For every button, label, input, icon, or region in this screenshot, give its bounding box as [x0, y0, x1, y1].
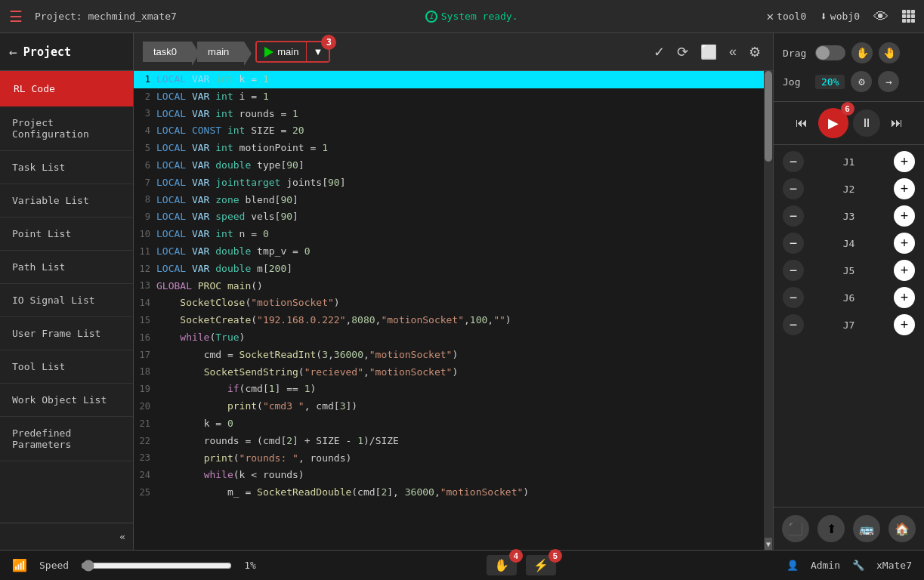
drag-row: Drag ✋ 🤚 [783, 42, 915, 63]
j3-minus-button[interactable]: − [783, 205, 804, 227]
drag-icon-2[interactable]: 🤚 [879, 42, 900, 63]
code-line-19: 19 if(cmd[1] == 1) [134, 381, 764, 398]
code-line-16: 16 while(True) [134, 329, 764, 347]
sidebar-item-user-frame-list[interactable]: User Frame List [0, 317, 133, 350]
window-button[interactable]: ⬜ [697, 41, 720, 63]
sidebar-item-rl-code[interactable]: RL Code [0, 71, 133, 106]
code-line-20: 20 print("cmd3 ", cmd[3]) [134, 398, 764, 415]
sidebar-item-path-list[interactable]: Path List [0, 251, 133, 284]
sidebar-item-variable-list[interactable]: Variable List [0, 184, 133, 218]
j5-plus-button[interactable]: + [894, 260, 915, 281]
play-button[interactable]: ▶ 6 [818, 108, 848, 138]
code-content[interactable]: 1 LOCAL VAR int k = 1 2 LOCAL VAR int i … [134, 71, 764, 550]
check-button[interactable]: ✓ [651, 41, 668, 63]
j4-plus-button[interactable]: + [894, 233, 915, 254]
status-icon [425, 11, 437, 23]
code-toolbar: task0 main main ▼ 3 ✓ ⟳ ⬜ « ⚙ [134, 33, 773, 71]
badge-6: 6 [841, 102, 854, 116]
code-line-3: 3 LOCAL VAR int rounds = 1 [134, 106, 764, 123]
sidebar-item-point-list[interactable]: Point List [0, 218, 133, 251]
code-line-12: 12 LOCAL VAR double m[200] [134, 261, 764, 278]
drag-toggle[interactable] [815, 45, 845, 60]
skip-forward-button[interactable]: ⏭ [885, 111, 909, 135]
jog-icon-1[interactable]: ⚙ [851, 71, 872, 92]
status-center: System ready. [177, 11, 767, 23]
code-line-22: 22 rounds = (cmd[2] + SIZE - 1)/SIZE [134, 433, 764, 450]
speed-slider[interactable] [81, 560, 232, 572]
wifi-icon: 📶 [12, 558, 27, 572]
back-button[interactable]: ← [9, 44, 17, 60]
joint-row-j4: − J4 + [783, 233, 915, 254]
j7-minus-button[interactable]: − [783, 314, 804, 335]
wobj-indicator[interactable]: ⬇ wobj0 [820, 9, 860, 23]
joint-list: − J1 + − J2 + − J3 + − J4 + − J5 [774, 145, 924, 507]
refresh-button[interactable]: ⟳ [674, 41, 691, 63]
sidebar-item-task-list[interactable]: Task List [0, 151, 133, 184]
j2-minus-button[interactable]: − [783, 178, 804, 199]
right-bottom-icons: ⬛ ⬆ 🚌 🏠 [774, 507, 924, 550]
j2-label: J2 [843, 184, 855, 195]
mode-icon-1[interactable]: ⬛ [782, 515, 809, 542]
drag-icon-1[interactable]: ✋ [851, 42, 873, 63]
j6-minus-button[interactable]: − [783, 287, 804, 308]
sidebar-collapse-button[interactable]: « [0, 523, 133, 550]
j1-label: J1 [843, 156, 855, 168]
speed-value: 1% [244, 560, 256, 571]
sidebar-item-predefined-params[interactable]: Predefined Parameters [0, 417, 133, 461]
j4-minus-button[interactable]: − [783, 233, 804, 254]
mode-icon-4[interactable]: 🏠 [888, 515, 916, 542]
content-area: task0 main main ▼ 3 ✓ ⟳ ⬜ « ⚙ [134, 33, 773, 550]
collapse-button[interactable]: « [726, 41, 740, 63]
j1-plus-button[interactable]: + [894, 151, 915, 172]
grid-button[interactable] [902, 10, 915, 23]
sidebar-item-tool-list[interactable]: Tool List [0, 350, 133, 384]
jog-row: Jog 20% ⚙ → [783, 71, 915, 92]
j3-label: J3 [843, 211, 855, 222]
jog-icon-2[interactable]: → [878, 71, 899, 92]
hand-button[interactable]: ✋ 4 [487, 555, 517, 575]
mode-icon-3[interactable]: 🚌 [853, 515, 880, 542]
code-line-15: 15 SocketCreate("192.168.0.222",8080,"mo… [134, 312, 764, 329]
j5-label: J5 [843, 265, 855, 276]
code-line-4: 4 LOCAL CONST int SIZE = 20 [134, 122, 764, 140]
scrollbar-thumb[interactable] [765, 71, 772, 162]
mode-icon-2[interactable]: ⬆ [817, 515, 845, 542]
user-icon: 👤 [786, 560, 799, 571]
camera-button[interactable]: 👁 [873, 8, 888, 26]
tool-indicator[interactable]: ✕ tool0 [766, 9, 806, 23]
top-bar: ☰ Project: mechmind_xmate7 System ready.… [0, 0, 924, 33]
j2-plus-button[interactable]: + [894, 178, 915, 199]
sidebar-item-io-signal-list[interactable]: IO Signal List [0, 284, 133, 317]
sidebar-item-project-config[interactable]: Project Configuration [0, 106, 133, 151]
code-line-24: 24 while(k < rounds) [134, 467, 764, 484]
tab-main[interactable]: main [197, 42, 244, 62]
lightning-button[interactable]: ⚡ 5 [526, 555, 556, 575]
skip-back-button[interactable]: ⏮ [790, 111, 814, 135]
j7-plus-button[interactable]: + [894, 314, 915, 335]
j3-plus-button[interactable]: + [894, 205, 915, 227]
playback-controls: ⏮ ▶ 6 ⏸ ⏭ [774, 102, 924, 145]
code-scrollbar[interactable]: ▼ [764, 71, 773, 550]
j5-minus-button[interactable]: − [783, 260, 804, 281]
tab-container: task0 main [143, 42, 243, 62]
j6-plus-button[interactable]: + [894, 287, 915, 308]
scroll-down-arrow[interactable]: ▼ [765, 538, 772, 550]
status-bar-right: 👤 Admin 🔧 xMate7 [786, 560, 912, 571]
sidebar-item-work-object-list[interactable]: Work Object List [0, 384, 133, 417]
code-line-18: 18 SocketSendString("recieved","motionSo… [134, 364, 764, 381]
joint-row-j1: − J1 + [783, 151, 915, 172]
status-bar-center: ✋ 4 ⚡ 5 [268, 555, 774, 575]
j6-label: J6 [843, 292, 855, 304]
jog-percent: 20% [815, 75, 845, 89]
pause-button[interactable]: ⏸ [853, 110, 880, 137]
code-editor[interactable]: 1 LOCAL VAR int k = 1 2 LOCAL VAR int i … [134, 71, 773, 550]
badge-5: 5 [549, 549, 562, 563]
j7-label: J7 [843, 319, 855, 331]
code-line-8: 8 LOCAL VAR zone blend[90] [134, 192, 764, 209]
tab-task0[interactable]: task0 [143, 42, 192, 62]
robot-label: xMate7 [876, 560, 912, 571]
hamburger-menu[interactable]: ☰ [9, 8, 23, 26]
run-button[interactable]: main [257, 42, 306, 61]
settings-button[interactable]: ⚙ [746, 41, 764, 63]
j1-minus-button[interactable]: − [783, 151, 804, 172]
